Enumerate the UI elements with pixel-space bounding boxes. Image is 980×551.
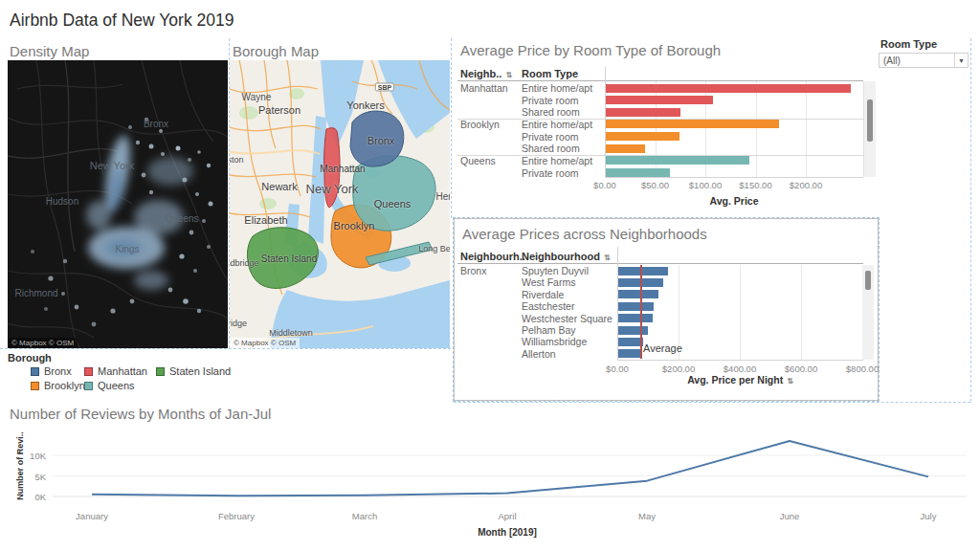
reviews-line[interactable] <box>92 441 928 496</box>
page-title: Airbnb Data of New York 2019 <box>10 11 234 31</box>
map-label-middletown: Middletown <box>269 328 313 338</box>
x-tick-label: $200.00 <box>650 364 707 374</box>
borough-map-title: Borough Map <box>233 43 319 59</box>
bar[interactable] <box>617 290 658 298</box>
tableau-dashboard: Airbnb Data of New York 2019 Density Map <box>0 0 980 551</box>
bar[interactable] <box>617 349 641 358</box>
map-label-long-beach: Long Be <box>418 244 450 253</box>
map-label-brooklyn: Brooklyn <box>334 220 375 231</box>
map-label-bronx: Bronx <box>368 135 395 146</box>
legend-item-staten-island[interactable]: Staten Island <box>156 365 231 377</box>
legend-item-bronx[interactable]: Bronx <box>31 365 72 377</box>
x-tick-label: $0.00 <box>581 180 629 190</box>
legend-item-manhattan[interactable]: Manhattan <box>84 365 147 377</box>
chart2-header-rule <box>457 263 863 264</box>
dropdown-value: (All) <box>880 55 954 66</box>
map-label-bronx: Bronx <box>144 119 168 129</box>
legend-swatch <box>84 367 93 376</box>
table-row: Westchester Square <box>455 313 878 324</box>
y-tick-label: 5K <box>19 472 46 482</box>
map-label-paterson: Paterson <box>258 104 301 116</box>
density-map-title: Density Map <box>10 43 89 59</box>
month-label: February <box>198 511 275 521</box>
neighbourhood-label: West Farms <box>522 276 575 288</box>
chart2-scrollbar[interactable] <box>862 265 874 360</box>
filter-label: Room Type <box>880 38 937 50</box>
map-label-queens: Queens <box>165 213 198 224</box>
legend-swatch <box>84 382 93 390</box>
line-chart-y-axis-title: Number of Revi.. <box>15 413 25 518</box>
chart2-title: Average Prices across Neighborhoods <box>462 226 707 242</box>
borough-label: Bronx <box>460 265 486 276</box>
sort-icon[interactable]: ⇅ <box>604 253 611 262</box>
chart2-reference-label: Average <box>643 342 682 354</box>
density-map-canvas <box>8 60 228 348</box>
map-label-newark: Newark <box>261 181 297 192</box>
legend-item-queens[interactable]: Queens <box>84 380 135 391</box>
bar[interactable] <box>605 168 670 177</box>
line-chart-x-axis-title: Month [2019] <box>431 527 584 538</box>
chart1-scrollbar-thumb[interactable] <box>867 99 873 142</box>
table-row: Pelham Bay <box>455 324 878 336</box>
neighbourhood-label: Eastchester <box>522 300 574 312</box>
chart2-x-axis-title: Avg. Price per Night⇅ <box>617 374 863 386</box>
borough-label: Queens <box>460 155 496 167</box>
room-type-label: Entire home/apt <box>522 82 592 95</box>
sort-icon[interactable]: ⇅ <box>787 377 793 386</box>
sort-icon[interactable]: ⇅ <box>505 71 512 79</box>
layout-separator <box>229 38 230 348</box>
chart2-scrollbar-thumb[interactable] <box>865 271 871 290</box>
legend-label: Manhattan <box>98 365 147 377</box>
borough-map[interactable]: Wayne Paterson Yonkers SBP Bronx Manhatt… <box>230 60 450 348</box>
x-tick-label: $100.00 <box>681 180 729 190</box>
chart1-col-header-borough: Neighb..⇅ <box>460 68 512 79</box>
legend-label: Staten Island <box>169 365 231 377</box>
bar[interactable] <box>605 108 680 117</box>
bar[interactable] <box>605 132 679 141</box>
density-map[interactable]: Bronx New York Hudson Queens Kings Richm… <box>8 60 228 348</box>
neighbourhood-label: Williamsbridge <box>522 336 587 347</box>
bar[interactable] <box>617 267 668 276</box>
bar[interactable] <box>605 156 749 165</box>
table-row: Shared room <box>455 143 878 155</box>
line-chart-plot[interactable] <box>48 426 971 510</box>
neighbourhood-label: Pelham Bay <box>522 324 576 336</box>
chart1-x-axis-line <box>605 177 863 178</box>
neighbourhood-label: Spuyten Duyvil <box>522 265 589 276</box>
chart1-scrollbar[interactable] <box>864 81 876 177</box>
bar[interactable] <box>605 84 851 93</box>
map-label-woodbridge: odbridge <box>230 258 259 268</box>
layout-separator <box>970 38 971 402</box>
legend-item-brooklyn[interactable]: Brooklyn <box>31 380 85 391</box>
bar[interactable] <box>605 120 779 128</box>
bar[interactable] <box>605 144 645 153</box>
x-tick-label: $400.00 <box>711 364 768 374</box>
chart1-col-header-roomtype: Room Type <box>522 68 578 79</box>
table-row: Private room <box>455 131 878 143</box>
chart2-y-axis-line <box>617 247 618 360</box>
bar[interactable] <box>617 302 654 311</box>
room-type-label: Entire home/apt <box>522 119 592 131</box>
table-row: Shared room <box>455 106 878 119</box>
legend-title: Borough <box>8 352 52 364</box>
bar[interactable] <box>605 96 713 104</box>
y-tick-label: 10K <box>19 451 46 461</box>
x-tick-label: $50.00 <box>632 180 679 190</box>
room-type-label: Shared room <box>522 143 580 155</box>
bar[interactable] <box>617 314 653 322</box>
bar[interactable] <box>617 326 648 335</box>
chart1-rows: ManhattanEntire home/aptPrivate roomShar… <box>455 81 878 177</box>
chevron-down-icon[interactable]: ▼ <box>954 54 968 67</box>
x-tick-label: $800.00 <box>834 364 891 374</box>
map-attribution: © Mapbox © OSM <box>8 338 78 348</box>
month-label: April <box>469 511 546 521</box>
table-row: Private room <box>455 95 878 107</box>
room-type-label: Private room <box>522 131 579 143</box>
map-label-wayne: Wayne <box>242 92 272 102</box>
table-row: QueensEntire home/apt <box>455 155 878 167</box>
borough-label: Manhattan <box>460 82 508 95</box>
room-type-dropdown[interactable]: (All) ▼ <box>879 53 969 68</box>
map-label-ridge: ridge <box>230 319 247 328</box>
chart2-reference-line <box>640 265 642 359</box>
map-label-staten-island: Staten Island <box>261 253 317 264</box>
